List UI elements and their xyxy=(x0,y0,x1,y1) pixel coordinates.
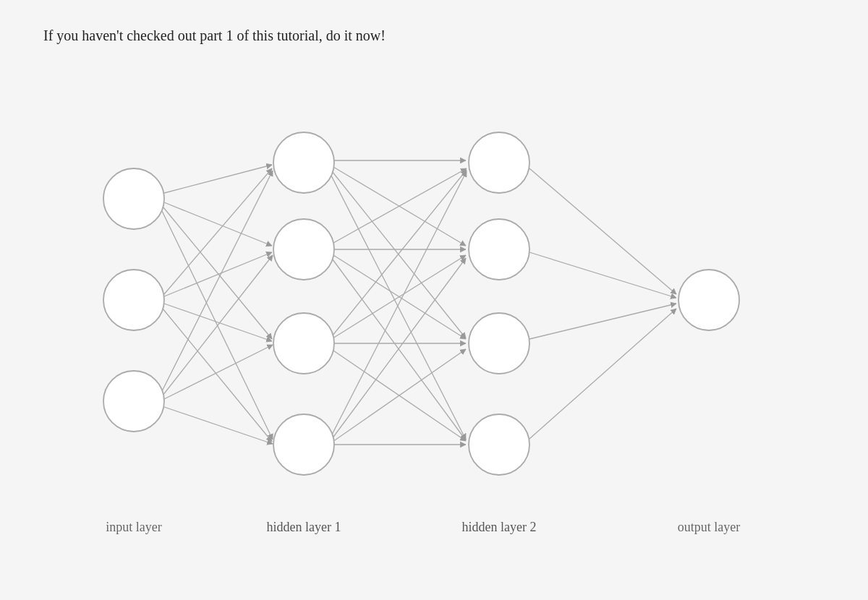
svg-line-16 xyxy=(333,168,467,243)
input-node-2 xyxy=(103,270,164,330)
svg-line-14 xyxy=(332,171,466,338)
svg-line-15 xyxy=(331,176,466,440)
svg-line-6 xyxy=(164,304,272,341)
svg-line-19 xyxy=(333,260,466,440)
hidden1-node-4 xyxy=(273,414,334,475)
svg-line-5 xyxy=(164,252,272,296)
input-layer-label: input layer xyxy=(106,520,161,534)
hidden2-node-3 xyxy=(469,313,529,374)
svg-line-4 xyxy=(163,168,272,295)
svg-line-20 xyxy=(332,170,467,336)
intro-text: If you haven't checked out part 1 of thi… xyxy=(43,27,386,44)
svg-line-2 xyxy=(163,207,272,339)
svg-line-11 xyxy=(164,407,273,444)
hidden2-node-4 xyxy=(469,414,529,475)
page-container: If you haven't checked out part 1 of thi… xyxy=(0,0,868,600)
svg-line-30 xyxy=(529,304,676,339)
hidden2-node-2 xyxy=(469,219,529,280)
hidden1-node-2 xyxy=(273,219,334,280)
input-node-3 xyxy=(103,371,164,432)
svg-line-10 xyxy=(164,345,273,399)
output-layer-label: output layer xyxy=(678,520,740,534)
input-node-1 xyxy=(103,168,164,229)
svg-line-8 xyxy=(161,171,273,394)
hidden2-node-1 xyxy=(469,132,529,193)
hidden1-node-1 xyxy=(273,132,334,193)
hidden1-node-3 xyxy=(273,313,334,374)
output-node-1 xyxy=(678,270,739,330)
svg-line-31 xyxy=(529,309,676,439)
svg-line-1 xyxy=(164,202,272,246)
hidden-layer-1-label: hidden layer 1 xyxy=(267,520,341,534)
hidden-layer-2-label: hidden layer 2 xyxy=(462,520,537,534)
neural-network-diagram: input layer hidden layer 1 hidden layer … xyxy=(0,72,868,564)
svg-line-0 xyxy=(164,165,272,193)
